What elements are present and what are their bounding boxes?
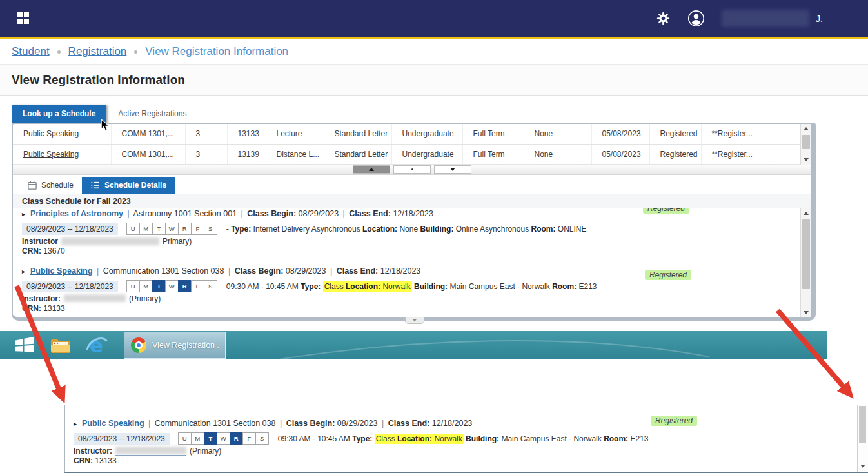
breadcrumb-student[interactable]: Student (12, 45, 50, 58)
excerpt-scrollbar[interactable] (857, 405, 868, 472)
tab-look-up-a-schedule[interactable]: Look up a Schedule (12, 105, 106, 123)
table-row: Public Speaking COMM 1301,... 3 13133 Le… (13, 124, 800, 144)
tab-active-registrations[interactable]: Active Registrations (106, 105, 198, 123)
course-title-link[interactable]: Principles of Astronomy (30, 209, 123, 218)
day-box: S (255, 432, 269, 445)
day-box: M (139, 223, 153, 235)
instructor-suffix: (Primary) (190, 447, 221, 456)
day-box: U (126, 223, 140, 235)
level-cell: Undergraduate (391, 124, 462, 144)
building-label: Building: (466, 434, 499, 443)
chrome-taskbar-button[interactable]: View Registration ... (124, 332, 226, 359)
scroll-down-icon[interactable] (858, 461, 867, 470)
internet-explorer-button[interactable]: e (79, 331, 115, 359)
date-range-box: 08/29/2023 -- 12/18/2023 (74, 433, 170, 445)
building-value: Main Campus East - Norwalk (449, 282, 549, 291)
date-range-box: 08/29/2023 -- 12/18/2023 (22, 281, 118, 292)
location-label: Location: (346, 282, 380, 291)
building-value: Online Asynchronous (456, 225, 529, 234)
schedule-heading: Class Schedule for Fall 2023 (13, 194, 811, 208)
day-box: W (165, 223, 179, 235)
redacted-instructor-link[interactable] (115, 447, 186, 456)
file-explorer-button[interactable] (43, 331, 79, 359)
scroll-down-icon[interactable] (801, 308, 811, 317)
course-code-cell: COMM 1301,... (111, 144, 185, 164)
user-profile-icon[interactable] (687, 10, 705, 27)
scrollbar-thumb[interactable] (859, 406, 866, 443)
breadcrumb-registration[interactable]: Registration (68, 45, 127, 58)
class-begin-date: 08/29/2023 (337, 419, 378, 428)
expand-arrow-icon[interactable]: ▸ (22, 210, 25, 217)
splitter-expand-up-button[interactable] (353, 165, 390, 174)
panel-collapse-handle[interactable] (405, 317, 424, 324)
crn-cell: 13133 (227, 124, 266, 144)
course-title-cell-link[interactable]: Public Speaking (23, 129, 79, 138)
day-box: W (165, 280, 179, 292)
crn-label: CRN: (22, 247, 41, 256)
schedule-type-cell: Distance L... (266, 144, 324, 164)
tab-schedule-details[interactable]: Schedule Details (82, 177, 175, 194)
calendar-icon (28, 181, 37, 190)
class-begin-date: 08/29/2023 (299, 209, 339, 218)
registrations-table: Public Speaking COMM 1301,... 3 13133 Le… (13, 124, 800, 165)
day-box-selected: T (204, 432, 217, 445)
expand-arrow-icon[interactable]: ▸ (74, 420, 77, 427)
room-value: ONLINE (558, 225, 587, 234)
details-scrollbar[interactable] (800, 208, 811, 317)
day-box: S (204, 223, 217, 235)
svg-text:e: e (90, 334, 103, 357)
course-section-text: Astronomy 1001 Section 001 (133, 209, 237, 218)
scroll-down-icon[interactable] (801, 155, 811, 165)
scroll-up-icon[interactable] (801, 124, 811, 134)
class-end-date: 12/18/2023 (432, 419, 473, 428)
schedule-tabs: Schedule Schedule Details (13, 175, 811, 194)
highlighted-location: Class Location: Norwalk (323, 281, 412, 292)
scrollbar-thumb[interactable] (802, 219, 810, 289)
class-end-label: Class End: (388, 419, 430, 428)
class-end-date: 12/18/2023 (380, 267, 421, 276)
room-value: E213 (630, 434, 648, 443)
class-begin-label: Class Begin: (286, 419, 335, 428)
splitter-reset-button[interactable] (393, 165, 431, 174)
building-label: Building: (420, 225, 453, 234)
class-end-label: Class End: (337, 267, 379, 276)
folder-icon (49, 336, 72, 355)
class-end-label: Class End: (349, 209, 391, 218)
location-value: Norwalk (434, 434, 462, 443)
day-box-selected: T (152, 280, 166, 292)
tab-schedule-details-label: Schedule Details (104, 181, 166, 190)
status-cell: Registered (649, 124, 701, 144)
day-box: U (178, 432, 192, 445)
course-title-link[interactable]: Public Speaking (82, 419, 144, 428)
scrollbar-thumb[interactable] (802, 135, 810, 149)
scroll-up-icon[interactable] (801, 208, 811, 218)
meeting-days: U M T W R F S (127, 223, 217, 235)
separator: | (330, 267, 332, 276)
room-label: Room: (552, 282, 577, 291)
meeting-time: 09:30 AM - 10:45 AM (278, 434, 350, 443)
status-badge: Registered (643, 208, 689, 214)
room-label: Room: (604, 434, 628, 443)
gear-icon[interactable] (656, 11, 671, 26)
app-nav-grid-icon[interactable] (17, 12, 29, 24)
none-cell: None (524, 144, 591, 164)
separator: | (228, 267, 230, 276)
day-box: F (242, 432, 256, 445)
meeting-meta: 09:30 AM - 10:45 AM Type: Class Location… (278, 434, 649, 443)
start-button[interactable] (6, 331, 43, 359)
user-name-suffix: J. (816, 14, 823, 24)
redacted-user-name (722, 10, 809, 27)
class-begin-date: 08/29/2023 (286, 267, 326, 276)
mouse-cursor-icon (101, 119, 110, 134)
course-title-cell-link[interactable]: Public Speaking (23, 150, 79, 159)
redacted-instructor-link[interactable] (64, 294, 126, 303)
splitter-expand-down-button[interactable] (434, 165, 471, 174)
table-scrollbar[interactable] (800, 124, 811, 165)
status-badge: Registered (645, 270, 691, 280)
course-title-link[interactable]: Public Speaking (30, 267, 93, 276)
separator: | (280, 419, 282, 428)
meeting-time: 09:30 AM - 10:45 AM (226, 282, 299, 291)
page-title-bar: View Registration Information (0, 65, 868, 96)
tab-schedule[interactable]: Schedule (19, 177, 82, 194)
expand-arrow-icon[interactable]: ▸ (22, 268, 25, 275)
